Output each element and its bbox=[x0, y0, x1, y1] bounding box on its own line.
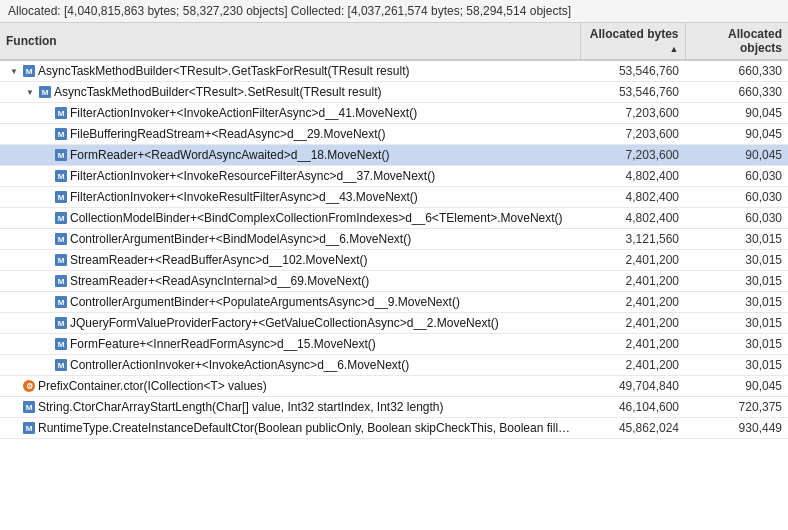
header-text: Allocated: [4,040,815,863 bytes; 58,327,… bbox=[8, 4, 571, 18]
method-icon-blue: M bbox=[54, 358, 68, 372]
cell-function: MFilterActionInvoker+<InvokeActionFilter… bbox=[0, 103, 580, 124]
expand-placeholder bbox=[40, 338, 52, 350]
table-row[interactable]: MControllerArgumentBinder+<BindModelAsyn… bbox=[0, 229, 788, 250]
table-row[interactable]: MFormFeature+<InnerReadFormAsync>d__15.M… bbox=[0, 334, 788, 355]
function-name: AsyncTaskMethodBuilder<TResult>.SetResul… bbox=[54, 85, 381, 99]
function-name: ControllerArgumentBinder+<BindModelAsync… bbox=[70, 232, 411, 246]
cell-allocated-bytes: 53,546,760 bbox=[580, 82, 685, 103]
method-icon-blue: M bbox=[54, 316, 68, 330]
table-container: Function Allocated bytes Allocated objec… bbox=[0, 23, 788, 439]
cell-allocated-bytes: 2,401,200 bbox=[580, 250, 685, 271]
cell-function: MFormReader+<ReadWordAsyncAwaited>d__18.… bbox=[0, 145, 580, 166]
expand-placeholder bbox=[40, 233, 52, 245]
table-body: ▼MAsyncTaskMethodBuilder<TResult>.GetTas… bbox=[0, 60, 788, 439]
profiler-table: Function Allocated bytes Allocated objec… bbox=[0, 23, 788, 439]
table-row[interactable]: MFilterActionInvoker+<InvokeResourceFilt… bbox=[0, 166, 788, 187]
function-name: String.CtorCharArrayStartLength(Char[] v… bbox=[38, 400, 444, 414]
cell-function: MFilterActionInvoker+<InvokeResourceFilt… bbox=[0, 166, 580, 187]
expand-placeholder bbox=[8, 422, 20, 434]
cell-allocated-objects: 60,030 bbox=[685, 187, 788, 208]
function-name: StreamReader+<ReadAsyncInternal>d__69.Mo… bbox=[70, 274, 369, 288]
table-row[interactable]: MString.CtorCharArrayStartLength(Char[] … bbox=[0, 397, 788, 418]
cell-function: MString.CtorCharArrayStartLength(Char[] … bbox=[0, 397, 580, 418]
expand-placeholder bbox=[8, 401, 20, 413]
col-allocated-bytes[interactable]: Allocated bytes bbox=[580, 23, 685, 60]
expand-placeholder bbox=[40, 170, 52, 182]
table-row[interactable]: MFilterActionInvoker+<InvokeActionFilter… bbox=[0, 103, 788, 124]
function-name: StreamReader+<ReadBufferAsync>d__102.Mov… bbox=[70, 253, 368, 267]
table-header-row: Function Allocated bytes Allocated objec… bbox=[0, 23, 788, 60]
expand-placeholder bbox=[40, 149, 52, 161]
col-function[interactable]: Function bbox=[0, 23, 580, 60]
cell-allocated-objects: 30,015 bbox=[685, 355, 788, 376]
cell-function: MControllerArgumentBinder+<BindModelAsyn… bbox=[0, 229, 580, 250]
cell-allocated-objects: 90,045 bbox=[685, 103, 788, 124]
function-name: FilterActionInvoker+<InvokeActionFilterA… bbox=[70, 106, 417, 120]
table-row[interactable]: MFileBufferingReadStream+<ReadAsync>d__2… bbox=[0, 124, 788, 145]
cell-allocated-bytes: 4,802,400 bbox=[580, 208, 685, 229]
table-row[interactable]: MFormReader+<ReadWordAsyncAwaited>d__18.… bbox=[0, 145, 788, 166]
method-icon-blue: M bbox=[54, 253, 68, 267]
method-icon-blue: M bbox=[54, 169, 68, 183]
cell-allocated-bytes: 2,401,200 bbox=[580, 355, 685, 376]
expand-placeholder bbox=[40, 359, 52, 371]
function-name: AsyncTaskMethodBuilder<TResult>.GetTaskF… bbox=[38, 64, 409, 78]
cell-allocated-objects: 720,375 bbox=[685, 397, 788, 418]
function-name: FormReader+<ReadWordAsyncAwaited>d__18.M… bbox=[70, 148, 389, 162]
method-icon-blue: M bbox=[38, 85, 52, 99]
table-row[interactable]: MControllerActionInvoker+<InvokeActionAs… bbox=[0, 355, 788, 376]
method-icon-orange: ⚙ bbox=[22, 379, 36, 393]
cell-function: MStreamReader+<ReadBufferAsync>d__102.Mo… bbox=[0, 250, 580, 271]
method-icon-blue: M bbox=[54, 274, 68, 288]
cell-allocated-bytes: 2,401,200 bbox=[580, 271, 685, 292]
table-row[interactable]: ▼MAsyncTaskMethodBuilder<TResult>.GetTas… bbox=[0, 60, 788, 82]
cell-allocated-bytes: 7,203,600 bbox=[580, 103, 685, 124]
method-icon-blue: M bbox=[54, 211, 68, 225]
cell-allocated-objects: 930,449 bbox=[685, 418, 788, 439]
function-name: ControllerActionInvoker+<InvokeActionAsy… bbox=[70, 358, 409, 372]
function-name: CollectionModelBinder+<BindComplexCollec… bbox=[70, 211, 563, 225]
cell-function: MFilterActionInvoker+<InvokeResultFilter… bbox=[0, 187, 580, 208]
function-name: FilterActionInvoker+<InvokeResultFilterA… bbox=[70, 190, 418, 204]
method-icon-blue: M bbox=[22, 421, 36, 435]
table-row[interactable]: MJQueryFormValueProviderFactory+<GetValu… bbox=[0, 313, 788, 334]
table-row[interactable]: MStreamReader+<ReadBufferAsync>d__102.Mo… bbox=[0, 250, 788, 271]
cell-function: ⚙PrefixContainer.ctor(ICollection<T> val… bbox=[0, 376, 580, 397]
function-name: RuntimeType.CreateInstanceDefaultCtor(Bo… bbox=[38, 421, 574, 435]
function-name: JQueryFormValueProviderFactory+<GetValue… bbox=[70, 316, 499, 330]
cell-function: MStreamReader+<ReadAsyncInternal>d__69.M… bbox=[0, 271, 580, 292]
cell-allocated-objects: 660,330 bbox=[685, 82, 788, 103]
table-row[interactable]: MCollectionModelBinder+<BindComplexColle… bbox=[0, 208, 788, 229]
method-icon-blue: M bbox=[54, 295, 68, 309]
expand-placeholder bbox=[40, 254, 52, 266]
cell-allocated-bytes: 7,203,600 bbox=[580, 145, 685, 166]
cell-allocated-objects: 90,045 bbox=[685, 124, 788, 145]
table-row[interactable]: MFilterActionInvoker+<InvokeResultFilter… bbox=[0, 187, 788, 208]
function-name: FormFeature+<InnerReadFormAsync>d__15.Mo… bbox=[70, 337, 376, 351]
cell-allocated-objects: 90,045 bbox=[685, 145, 788, 166]
expand-placeholder bbox=[40, 275, 52, 287]
cell-allocated-bytes: 53,546,760 bbox=[580, 60, 685, 82]
table-row[interactable]: MRuntimeType.CreateInstanceDefaultCtor(B… bbox=[0, 418, 788, 439]
table-row[interactable]: MStreamReader+<ReadAsyncInternal>d__69.M… bbox=[0, 271, 788, 292]
table-row[interactable]: MControllerArgumentBinder+<PopulateArgum… bbox=[0, 292, 788, 313]
cell-allocated-bytes: 2,401,200 bbox=[580, 313, 685, 334]
expand-placeholder bbox=[40, 296, 52, 308]
function-name: FileBufferingReadStream+<ReadAsync>d__29… bbox=[70, 127, 386, 141]
table-row[interactable]: ⚙PrefixContainer.ctor(ICollection<T> val… bbox=[0, 376, 788, 397]
expand-placeholder bbox=[8, 380, 20, 392]
expand-placeholder bbox=[40, 191, 52, 203]
table-row[interactable]: ▼MAsyncTaskMethodBuilder<TResult>.SetRes… bbox=[0, 82, 788, 103]
cell-allocated-objects: 30,015 bbox=[685, 292, 788, 313]
cell-function: ▼MAsyncTaskMethodBuilder<TResult>.SetRes… bbox=[0, 82, 580, 103]
method-icon-blue: M bbox=[54, 106, 68, 120]
header-bar: Allocated: [4,040,815,863 bytes; 58,327,… bbox=[0, 0, 788, 23]
method-icon-blue: M bbox=[54, 127, 68, 141]
cell-function: MControllerArgumentBinder+<PopulateArgum… bbox=[0, 292, 580, 313]
collapse-icon[interactable]: ▼ bbox=[24, 86, 36, 98]
collapse-icon[interactable]: ▼ bbox=[8, 65, 20, 77]
expand-placeholder bbox=[40, 212, 52, 224]
cell-allocated-objects: 30,015 bbox=[685, 229, 788, 250]
col-allocated-objects[interactable]: Allocated objects bbox=[685, 23, 788, 60]
cell-allocated-objects: 660,330 bbox=[685, 60, 788, 82]
